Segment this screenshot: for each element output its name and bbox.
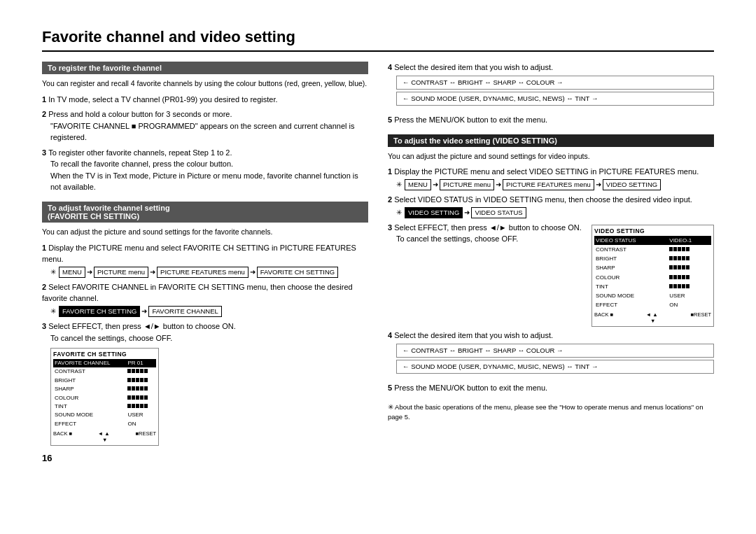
screen-row-sharp: SHARP [53, 385, 156, 393]
page-title: Favorite channel and video setting [42, 28, 714, 52]
contrast-box-bottom: ← CONTRAST ↔ BRIGHT ↔ SHARP ↔ COLOUR → [396, 344, 714, 358]
video-step3-row: 3 Select EFFECT, then press ◄/► button t… [388, 222, 714, 330]
video-setting-screen: VIDEO SETTING VIDEO STATUS VIDEO-1 CONTR… [592, 225, 714, 328]
step2-sub: "FAVORITE CHANNEL ■ PROGRAMMED" appears … [50, 120, 368, 143]
vscreen-row-status: VIDEO STATUS VIDEO-1 [594, 236, 711, 245]
screen-title: FAVORITE CH SETTING [53, 351, 156, 358]
vscreen-row-sharp: SHARP [594, 263, 711, 272]
step3-sub: To cancel the settings, choose OFF. [50, 332, 368, 344]
right-step4-bottom: 4 Select the desired item that you wish … [388, 330, 714, 374]
right-step5-bottom: 5 Press the MENU/OK button to exit the m… [388, 382, 714, 394]
video-step1: 1 Display the PICTURE menu and select VI… [388, 166, 714, 190]
left-step1: 1 Display the PICTURE menu and select FA… [42, 242, 368, 278]
screen-row-colour: COLOUR [53, 394, 156, 402]
section2-header: To adjust favorite channel setting (FAVO… [42, 202, 368, 223]
vscreen-row-contrast: CONTRAST [594, 245, 711, 254]
step-2: 2 Press and hold a colour button for 3 s… [42, 108, 368, 143]
vscreen-row-sound-mode: SOUND MODE USER [594, 291, 711, 300]
vscreen-row-colour: COLOUR [594, 273, 711, 282]
step-3: 3 To register other favorite channels, r… [42, 147, 368, 193]
page-number: 16 [42, 453, 368, 463]
step2-arrow: ✳ FAVORITE CH SETTING ➜ FAVORITE CHANNEL [50, 306, 368, 317]
video-step3-sub: To cancel the settings, choose OFF. [396, 233, 584, 245]
screen-row-bright: BRIGHT [53, 377, 156, 385]
section2-intro: You can adjust the picture and sound set… [42, 227, 368, 238]
step3-sub3: When the TV is in Text mode, Picture in … [50, 170, 368, 193]
right-step5-top: 5 Press the MENU/OK button to exit the m… [388, 114, 714, 126]
vscreen-bottom: BACK ■ ◄ ▲ ▼ ■RESET [594, 311, 711, 324]
vscreen-row-effect: EFFECT ON [594, 300, 711, 309]
video-step1-arrow: ✳ MENU ➜ PICTURE menu ➜ PICTURE FEATURES… [396, 179, 714, 190]
footer-note: ✳ About the basic operations of the menu… [388, 402, 714, 423]
left-step2: 2 Select FAVORITE CHANNEL in FAVORITE CH… [42, 281, 368, 317]
sound-box-top: ← SOUND MODE (USER, DYNAMIC, MUSIC, NEWS… [396, 92, 714, 106]
section1-intro: You can register and recall 4 favorite c… [42, 78, 368, 90]
screen-row-contrast: CONTRAST [53, 367, 156, 376]
vscreen-row-tint: TINT [594, 282, 711, 291]
step1-arrow: ✳ MENU ➜ PICTURE menu ➜ PICTURE FEATURES… [50, 267, 368, 278]
screen-row-favorite-channel: FAVORITE CHANNEL PR 01 [53, 359, 156, 367]
sound-box-bottom: ← SOUND MODE (USER, DYNAMIC, MUSIC, NEWS… [396, 360, 714, 374]
vscreen-row-bright: BRIGHT [594, 254, 711, 263]
screen-row-sound-mode: SOUND MODE USER [53, 411, 156, 419]
video-screen-title: VIDEO SETTING [594, 227, 711, 234]
section1-header: To register the favorite channel [42, 62, 368, 74]
screen-row-effect: EFFECT ON [53, 420, 156, 428]
right-step4-top: 4 Select the desired item that you wish … [388, 62, 714, 106]
screen-row-tint: TINT [53, 402, 156, 411]
video-step3: 3 Select EFFECT, then press ◄/► button t… [388, 222, 584, 245]
contrast-box-top: ← CONTRAST ↔ BRIGHT ↔ SHARP ↔ COLOUR → [396, 76, 714, 90]
video-section-intro: You can adjust the picture and sound set… [388, 151, 714, 162]
screen-bottom: BACK ■ ◄ ▲ ▼ ■RESET [53, 430, 156, 443]
left-step3: 3 Select EFFECT, then press ◄/► button t… [42, 321, 368, 344]
video-step2: 2 Select VIDEO STATUS in VIDEO SETTING m… [388, 194, 714, 218]
favorite-ch-screen: FAVORITE CH SETTING FAVORITE CHANNEL PR … [50, 348, 159, 446]
step3-sub2: To recall the favorite channel, press th… [50, 158, 368, 170]
video-step2-arrow: ✳ VIDEO SETTING ➜ VIDEO STATUS [396, 207, 714, 218]
step-1: 1 In TV mode, select a TV channel (PR01-… [42, 94, 368, 106]
video-section-header: To adjust the video setting (VIDEO SETTI… [388, 134, 714, 147]
